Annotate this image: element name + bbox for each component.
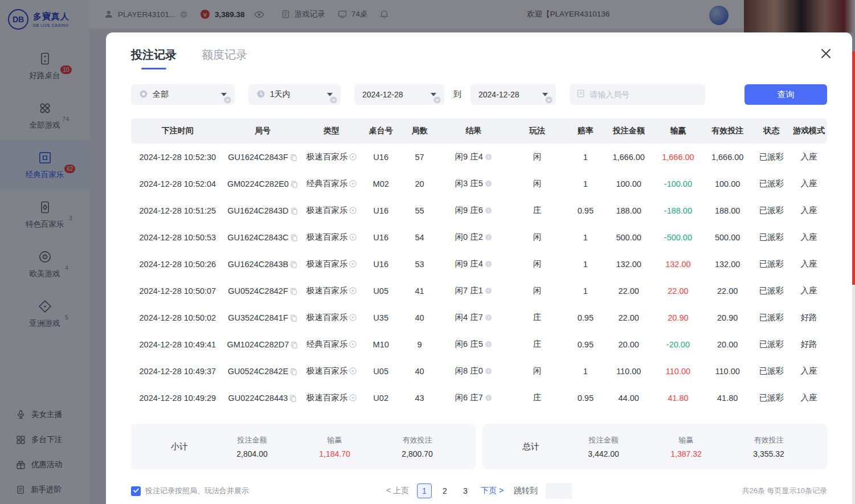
play-icon[interactable] xyxy=(349,233,357,241)
date-to-value: 2024-12-28 xyxy=(478,90,519,99)
cell-valid-bet: 20.90 xyxy=(703,313,752,322)
play-icon[interactable] xyxy=(349,314,357,321)
play-icon[interactable] xyxy=(349,341,357,348)
column-header: 赔率 xyxy=(567,126,604,136)
cell-bet-amount: 22.00 xyxy=(604,313,653,322)
cell-win-loss: 41.80 xyxy=(653,394,703,403)
cell-valid-bet: 22.00 xyxy=(703,286,752,296)
table-row: 2024-12-28 10:50:26 GU1624C2843B 极速百家乐 U… xyxy=(131,251,827,277)
prev-page-button[interactable]: < 上页 xyxy=(386,486,409,496)
info-icon[interactable]: i xyxy=(485,394,492,401)
subtotal-bet-label: 投注金额 xyxy=(211,435,293,445)
info-icon[interactable]: i xyxy=(485,260,492,268)
copy-icon[interactable] xyxy=(290,288,297,295)
svg-text:i: i xyxy=(488,368,489,374)
round-number-input[interactable] xyxy=(590,90,698,99)
jump-to-input[interactable] xyxy=(546,483,572,499)
copy-icon[interactable] xyxy=(291,181,298,188)
cell-table-no: U16 xyxy=(362,260,400,269)
next-page-button[interactable]: 下页 > xyxy=(481,486,504,496)
page-button[interactable]: 3 xyxy=(458,483,473,498)
copy-icon[interactable] xyxy=(290,368,297,375)
cell-valid-bet: 100.00 xyxy=(703,179,752,189)
table-row: 2024-12-28 10:52:04 GM0224C282E0 经典百家乐 M… xyxy=(131,170,827,197)
play-icon[interactable] xyxy=(349,260,357,268)
info-icon[interactable]: i xyxy=(485,207,492,214)
cell-game-type: 经典百家乐 xyxy=(301,339,362,350)
bet-records-modal: 投注记录 额度记录 全部 1天内 2024-12-28 到 2024-12-28… xyxy=(106,32,852,504)
cell-play-type: 庄 xyxy=(508,312,567,323)
cell-round-no: 53 xyxy=(400,260,440,269)
copy-icon[interactable] xyxy=(291,207,298,215)
merge-checkbox[interactable] xyxy=(131,486,141,496)
query-button[interactable]: 查询 xyxy=(744,84,827,105)
cell-game-type: 极速百家乐 xyxy=(301,205,362,216)
cell-status: 已派彩 xyxy=(752,339,791,350)
cell-round-no: 40 xyxy=(400,313,440,322)
cell-bet-time: 2024-12-28 10:50:07 xyxy=(131,286,224,296)
cell-game-type: 极速百家乐 xyxy=(301,232,362,243)
cell-play-type: 庄 xyxy=(508,392,567,403)
cell-status: 已派彩 xyxy=(752,285,791,296)
tab-quota-records[interactable]: 额度记录 xyxy=(202,47,247,69)
cell-play-type: 闲 xyxy=(508,178,567,189)
copy-icon[interactable] xyxy=(290,314,297,322)
close-button[interactable] xyxy=(818,46,834,62)
play-icon[interactable] xyxy=(349,180,357,187)
copy-icon[interactable] xyxy=(290,154,297,161)
cell-valid-bet: 500.00 xyxy=(703,233,752,242)
svg-text:i: i xyxy=(488,235,489,240)
cell-table-no: M02 xyxy=(362,179,400,189)
info-icon[interactable]: i xyxy=(485,287,492,294)
table-row: 2024-12-28 10:50:07 GU0524C2842F 极速百家乐 U… xyxy=(131,277,827,304)
cell-round-id: GU1624C2843D xyxy=(224,206,301,215)
subtotal-win-value: 1,184.70 xyxy=(293,449,376,458)
copy-icon[interactable] xyxy=(291,341,298,349)
copy-icon[interactable] xyxy=(290,261,297,268)
time-range-select[interactable]: 1天内 xyxy=(248,84,341,105)
cell-odds: 1 xyxy=(567,260,604,269)
cell-status: 已派彩 xyxy=(752,366,791,376)
info-icon[interactable]: i xyxy=(485,314,492,321)
column-header: 游戏模式 xyxy=(791,126,827,136)
svg-text:i: i xyxy=(488,288,489,293)
date-to-select[interactable]: 2024-12-28 xyxy=(471,84,556,105)
cell-bet-time: 2024-12-28 10:49:29 xyxy=(131,394,224,403)
cell-table-no: U16 xyxy=(362,206,400,215)
copy-icon[interactable] xyxy=(291,234,298,241)
cell-game-type: 极速百家乐 xyxy=(301,285,362,296)
play-icon[interactable] xyxy=(349,394,357,401)
cell-win-loss: 22.00 xyxy=(653,286,703,296)
chevron-down-icon xyxy=(221,93,227,96)
cell-odds: 0.95 xyxy=(567,313,604,322)
page-button[interactable]: 1 xyxy=(417,483,432,498)
page-button[interactable]: 2 xyxy=(437,483,452,498)
cell-result: 闲6 庄7i xyxy=(439,392,508,403)
cell-round-id: GU1624C2843B xyxy=(224,260,301,269)
info-icon[interactable]: i xyxy=(485,153,492,161)
total-label: 总计 xyxy=(500,441,562,452)
category-select[interactable]: 全部 xyxy=(131,84,235,105)
cell-table-no: M10 xyxy=(362,340,400,349)
play-icon[interactable] xyxy=(349,153,357,161)
info-icon[interactable]: i xyxy=(485,233,492,241)
date-from-select[interactable]: 2024-12-28 xyxy=(354,84,444,105)
play-icon[interactable] xyxy=(349,207,357,214)
date-range-to-label: 到 xyxy=(453,89,461,100)
copy-icon[interactable] xyxy=(289,395,297,402)
cell-table-no: U05 xyxy=(362,286,400,296)
play-icon[interactable] xyxy=(349,287,357,294)
subtotal-valid-label: 有效投注 xyxy=(376,435,459,445)
info-icon[interactable]: i xyxy=(485,180,492,187)
table-row: 2024-12-28 10:51:25 GU1624C2843D 极速百家乐 U… xyxy=(131,197,827,224)
cell-bet-amount: 1,666.00 xyxy=(604,153,653,162)
play-icon[interactable] xyxy=(349,367,357,375)
info-icon[interactable]: i xyxy=(485,367,492,375)
total-box: 总计 投注金额 3,442.00 输赢 1,387.32 有效投注 3,355.… xyxy=(482,424,827,469)
cell-odds: 0.95 xyxy=(567,394,604,403)
cell-table-no: U02 xyxy=(362,394,400,403)
info-icon[interactable]: i xyxy=(485,341,492,348)
cell-round-no: 55 xyxy=(400,206,440,215)
column-header: 下注时间 xyxy=(131,126,224,136)
tab-bet-records[interactable]: 投注记录 xyxy=(131,47,177,69)
